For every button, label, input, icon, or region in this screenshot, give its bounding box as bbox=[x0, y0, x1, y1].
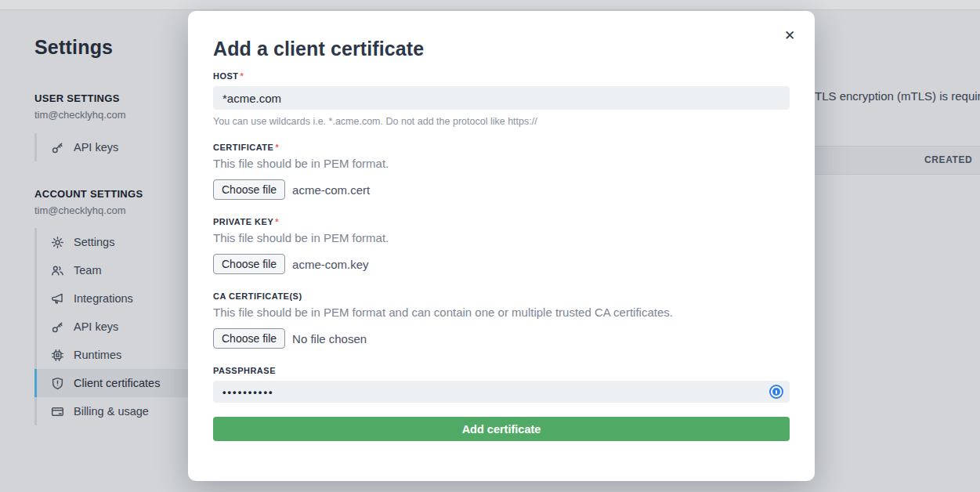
host-label: HOST* bbox=[213, 71, 790, 81]
required-asterisk: * bbox=[240, 71, 244, 81]
passphrase-input[interactable] bbox=[213, 381, 790, 403]
ca-certificate-choose-file-button[interactable]: Choose file bbox=[213, 328, 285, 349]
certificate-label-text: CERTIFICATE bbox=[213, 143, 273, 152]
private-key-file-name: acme-com.key bbox=[292, 258, 369, 271]
password-manager-icon[interactable] bbox=[769, 385, 783, 399]
required-asterisk: * bbox=[275, 143, 279, 152]
certificate-help-text: This file should be in PEM format. bbox=[213, 157, 790, 170]
passphrase-field bbox=[213, 381, 790, 403]
certificate-choose-file-button[interactable]: Choose file bbox=[213, 179, 285, 200]
password-manager-icon-inner bbox=[772, 388, 780, 396]
ca-certificate-file-field: Choose file No file chosen bbox=[213, 328, 790, 349]
passphrase-label: PASSPHRASE bbox=[213, 366, 790, 375]
ca-certificate-label: CA CERTIFICATE(S) bbox=[213, 291, 790, 301]
private-key-label-text: PRIVATE KEY bbox=[213, 217, 273, 226]
host-label-text: HOST bbox=[213, 71, 239, 81]
passphrase-label-text: PASSPHRASE bbox=[213, 366, 276, 375]
add-client-certificate-modal: ✕ Add a client certificate HOST* You can… bbox=[188, 11, 815, 481]
host-help-text: You can use wildcards i.e. *.acme.com. D… bbox=[213, 116, 790, 127]
host-input[interactable] bbox=[213, 86, 790, 110]
private-key-help-text: This file should be in PEM format. bbox=[213, 231, 790, 244]
private-key-choose-file-button[interactable]: Choose file bbox=[213, 254, 285, 274]
ca-certificate-help-text: This file should be in PEM format and ca… bbox=[213, 306, 790, 319]
certificate-file-name: acme-com.cert bbox=[292, 183, 370, 197]
certificate-label: CERTIFICATE* bbox=[213, 143, 790, 152]
modal-title: Add a client certificate bbox=[213, 38, 790, 60]
close-icon[interactable]: ✕ bbox=[780, 27, 799, 45]
password-manager-icon-slot bbox=[776, 390, 777, 394]
add-certificate-button[interactable]: Add certificate bbox=[213, 417, 790, 441]
required-asterisk: * bbox=[275, 217, 279, 226]
ca-certificate-label-text: CA CERTIFICATE(S) bbox=[213, 291, 302, 301]
private-key-label: PRIVATE KEY* bbox=[213, 217, 790, 226]
ca-certificate-file-name: No file chosen bbox=[292, 332, 367, 345]
private-key-file-field: Choose file acme-com.key bbox=[213, 254, 790, 274]
certificate-file-field: Choose file acme-com.cert bbox=[213, 179, 790, 200]
